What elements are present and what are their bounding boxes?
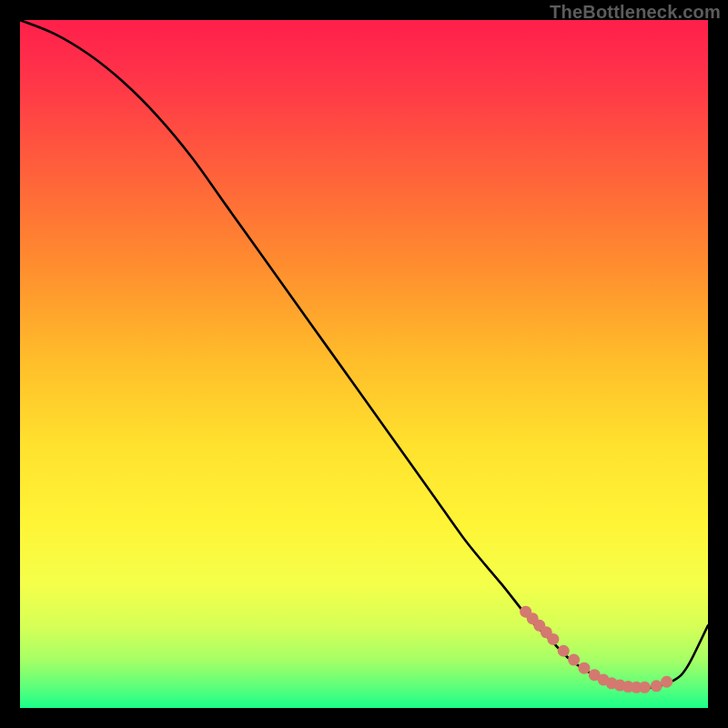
highlight-dot bbox=[547, 633, 559, 645]
watermark-text: TheBottleneck.com bbox=[550, 2, 721, 23]
chart-stage: TheBottleneck.com bbox=[0, 0, 728, 728]
plot-area bbox=[20, 20, 708, 708]
chart-svg bbox=[20, 20, 708, 708]
highlight-dot bbox=[661, 676, 672, 688]
highlight-dot bbox=[578, 662, 590, 674]
gradient-background bbox=[20, 20, 708, 708]
highlight-dot bbox=[639, 682, 651, 693]
highlight-dot bbox=[558, 645, 570, 657]
highlight-dot bbox=[651, 680, 662, 692]
highlight-dot bbox=[568, 654, 580, 666]
